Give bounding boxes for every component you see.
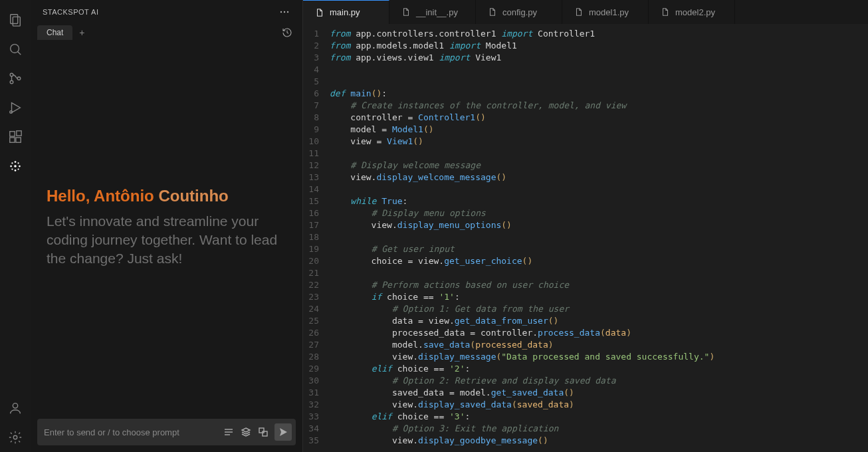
search-icon[interactable] bbox=[0, 35, 31, 64]
settings-icon[interactable] bbox=[0, 423, 31, 452]
svg-rect-10 bbox=[10, 138, 15, 142]
svg-point-16 bbox=[10, 166, 12, 168]
file-tab[interactable]: config.py bbox=[476, 0, 562, 24]
file-tab[interactable]: main.py bbox=[303, 0, 389, 24]
snippet-icon[interactable] bbox=[255, 423, 272, 441]
send-button[interactable] bbox=[274, 423, 292, 441]
code-editor[interactable]: 1234567891011121314151617181920212223242… bbox=[303, 24, 868, 452]
svg-point-22 bbox=[13, 403, 17, 408]
svg-point-17 bbox=[19, 166, 21, 168]
svg-point-26 bbox=[287, 11, 288, 12]
stackspot-panel: STACKSPOT AI Chat + Hello, Antônio Couti… bbox=[31, 0, 303, 452]
svg-point-13 bbox=[14, 165, 17, 168]
extensions-icon[interactable] bbox=[0, 122, 31, 152]
svg-point-18 bbox=[11, 162, 13, 164]
svg-point-5 bbox=[10, 80, 13, 84]
svg-point-15 bbox=[15, 170, 17, 171]
source-control-icon[interactable] bbox=[0, 64, 31, 93]
stack-icon[interactable] bbox=[237, 423, 255, 441]
svg-rect-11 bbox=[16, 138, 21, 142]
svg-rect-31 bbox=[259, 428, 264, 433]
editor-area: main.py__init__.pyconfig.pymodel1.pymode… bbox=[303, 0, 868, 452]
svg-marker-30 bbox=[242, 428, 250, 432]
more-icon[interactable] bbox=[276, 3, 293, 21]
svg-point-19 bbox=[17, 162, 19, 164]
svg-rect-12 bbox=[17, 131, 21, 136]
svg-point-6 bbox=[17, 77, 21, 80]
svg-rect-9 bbox=[10, 132, 15, 136]
svg-marker-7 bbox=[12, 103, 21, 113]
svg-point-20 bbox=[11, 168, 13, 170]
svg-line-3 bbox=[18, 52, 21, 55]
svg-rect-0 bbox=[11, 15, 18, 24]
svg-rect-32 bbox=[263, 431, 267, 436]
svg-point-2 bbox=[11, 45, 19, 53]
activity-bar bbox=[0, 0, 31, 452]
run-debug-icon[interactable] bbox=[0, 93, 31, 122]
file-tab[interactable]: model1.py bbox=[562, 0, 649, 24]
svg-point-23 bbox=[13, 435, 17, 439]
explorer-icon[interactable] bbox=[0, 5, 31, 35]
svg-marker-33 bbox=[280, 428, 287, 436]
svg-point-21 bbox=[17, 168, 19, 170]
chat-input[interactable] bbox=[44, 427, 220, 437]
history-icon[interactable] bbox=[278, 24, 296, 41]
svg-point-8 bbox=[10, 111, 13, 114]
panel-title: STACKSPOT AI bbox=[43, 8, 98, 16]
svg-point-14 bbox=[15, 161, 17, 163]
editor-tabs: main.py__init__.pyconfig.pymodel1.pymode… bbox=[303, 0, 868, 24]
svg-point-25 bbox=[284, 11, 285, 12]
add-tab-button[interactable]: + bbox=[75, 26, 88, 39]
greeting: Hello, Antônio Coutinho bbox=[47, 187, 286, 205]
greeting-subtitle: Let's innovate and streamline your codin… bbox=[47, 212, 286, 268]
account-icon[interactable] bbox=[0, 394, 31, 423]
stackspot-icon[interactable] bbox=[0, 152, 31, 181]
lines-icon[interactable] bbox=[220, 423, 237, 441]
chat-input-row bbox=[37, 419, 296, 445]
file-tab[interactable]: model2.py bbox=[649, 0, 735, 24]
file-tab[interactable]: __init__.py bbox=[389, 0, 476, 24]
chat-tab[interactable]: Chat bbox=[37, 25, 72, 40]
svg-rect-1 bbox=[13, 17, 20, 26]
svg-point-24 bbox=[280, 11, 282, 12]
svg-point-4 bbox=[10, 73, 13, 76]
